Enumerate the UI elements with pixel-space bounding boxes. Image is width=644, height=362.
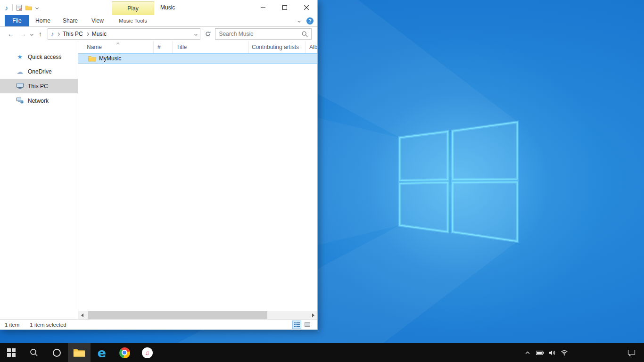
taskbar-file-explorer-button[interactable] — [68, 343, 91, 362]
scroll-right-arrow[interactable] — [309, 311, 317, 319]
tab-home[interactable]: Home — [29, 15, 57, 26]
sidebar-item-label: OneDrive — [28, 68, 52, 75]
titlebar[interactable]: ♪ Play Music — [0, 0, 317, 15]
address-bar[interactable]: ♪ This PC Music — [48, 28, 200, 40]
help-icon[interactable]: ? — [306, 17, 314, 25]
column-header-album[interactable]: Alb — [305, 41, 317, 53]
wifi-icon — [561, 350, 568, 356]
start-button[interactable] — [0, 343, 23, 362]
taskbar-edge-button[interactable]: e — [91, 343, 113, 362]
sidebar-item-onedrive[interactable]: ☁ OneDrive — [0, 64, 78, 79]
address-bar-row: ← → ↑ ♪ This PC Music — [0, 27, 317, 41]
tab-music-tools[interactable]: Music Tools — [112, 15, 154, 26]
system-tray — [521, 343, 644, 362]
taskbar-search-button[interactable] — [23, 343, 45, 362]
new-folder-icon[interactable] — [25, 5, 32, 10]
tab-view[interactable]: View — [84, 15, 111, 26]
action-center-button[interactable] — [625, 343, 637, 362]
scrollbar-thumb[interactable] — [88, 311, 267, 319]
star-icon: ★ — [16, 53, 24, 60]
thumbnails-view-icon — [305, 322, 310, 327]
maximize-button[interactable] — [274, 0, 296, 15]
windows-start-icon — [7, 348, 16, 357]
file-name: MyMusic — [99, 55, 121, 62]
search-input[interactable] — [219, 31, 299, 37]
search-icon — [29, 348, 39, 357]
column-header-name[interactable]: Name — [78, 41, 154, 53]
column-header-title[interactable]: Title — [173, 41, 249, 53]
refresh-button[interactable] — [203, 28, 213, 40]
desktop-glow — [302, 33, 613, 335]
sidebar-item-this-pc[interactable]: This PC — [0, 79, 78, 93]
separator — [12, 4, 13, 11]
contextual-group-play[interactable]: Play — [112, 1, 154, 15]
refresh-icon — [205, 31, 211, 37]
breadcrumb-chevron-icon[interactable] — [57, 32, 60, 35]
details-view-icon — [294, 322, 300, 327]
battery-button[interactable] — [534, 343, 546, 362]
chrome-icon — [119, 347, 130, 358]
explorer-window: ♪ Play Music Fil — [0, 0, 318, 330]
thumbnails-view-button[interactable] — [303, 321, 312, 329]
forward-button[interactable]: → — [18, 30, 28, 38]
address-music-note-icon: ♪ — [51, 31, 54, 37]
status-bar: 1 item 1 item selected — [0, 319, 317, 329]
file-row-mymusic[interactable]: MyMusic — [78, 53, 317, 64]
tab-share[interactable]: Share — [57, 15, 84, 26]
column-headers: Name # Title Contributing artists Alb — [78, 41, 317, 53]
chevron-up-icon — [525, 351, 530, 354]
tab-file[interactable]: File — [5, 15, 29, 26]
breadcrumb-chevron-icon[interactable] — [86, 32, 89, 35]
cortana-icon — [53, 349, 61, 357]
action-center-icon — [627, 349, 636, 356]
cortana-button[interactable] — [45, 343, 68, 362]
window-body: ★ Quick access ☁ OneDrive This PC — [0, 41, 317, 319]
window-title: Music — [160, 0, 175, 15]
computer-icon — [16, 83, 24, 89]
sidebar-item-label: This PC — [28, 83, 48, 90]
quick-access-toolbar: ♪ — [5, 0, 38, 15]
taskbar-chrome-button[interactable] — [113, 343, 136, 362]
address-dropdown-chevron-icon[interactable] — [194, 32, 198, 35]
network-icon — [16, 98, 24, 104]
up-button[interactable]: ↑ — [35, 30, 45, 38]
history-chevron-icon[interactable] — [30, 33, 33, 36]
sidebar-item-network[interactable]: Network — [0, 93, 78, 108]
qat-chevron-down-icon[interactable] — [35, 6, 38, 9]
volume-button[interactable] — [546, 343, 558, 362]
battery-icon — [536, 351, 544, 355]
taskbar-itunes-button[interactable]: ♫ — [136, 343, 158, 362]
edge-icon: e — [98, 346, 106, 359]
search-box — [215, 28, 312, 40]
network-wifi-button[interactable] — [558, 343, 570, 362]
itunes-icon: ♫ — [142, 347, 153, 358]
column-header-contributing-artists[interactable]: Contributing artists — [249, 41, 305, 53]
cloud-icon: ☁ — [16, 68, 24, 75]
breadcrumb-this-pc[interactable]: This PC — [63, 31, 83, 37]
details-view-button[interactable] — [292, 321, 301, 329]
file-rows[interactable]: MyMusic — [78, 53, 317, 319]
search-icon[interactable] — [302, 31, 308, 37]
horizontal-scrollbar[interactable] — [78, 311, 317, 319]
speaker-icon — [549, 350, 556, 356]
back-button[interactable]: ← — [6, 30, 16, 38]
selection-status: 1 item selected — [30, 322, 66, 328]
expand-ribbon-chevron-icon[interactable] — [297, 19, 301, 22]
close-button[interactable] — [296, 0, 317, 15]
minimize-button[interactable] — [252, 0, 274, 15]
taskbar: e ♫ — [0, 343, 644, 362]
item-count: 1 item — [5, 322, 19, 328]
breadcrumb-music[interactable]: Music — [92, 31, 107, 37]
close-icon — [304, 5, 309, 10]
column-header-number[interactable]: # — [154, 41, 173, 53]
scroll-left-arrow[interactable] — [78, 311, 86, 319]
sidebar-item-quick-access[interactable]: ★ Quick access — [0, 49, 78, 64]
window-controls — [252, 0, 317, 15]
maximize-icon — [282, 5, 287, 10]
properties-icon[interactable] — [17, 5, 22, 11]
minimize-icon — [261, 5, 265, 10]
view-toggle-buttons — [292, 321, 312, 329]
tray-expand-button[interactable] — [521, 343, 534, 362]
ribbon-tab-row: File Home Share View Music Tools ? — [0, 15, 317, 27]
sidebar-item-label: Network — [28, 98, 49, 104]
